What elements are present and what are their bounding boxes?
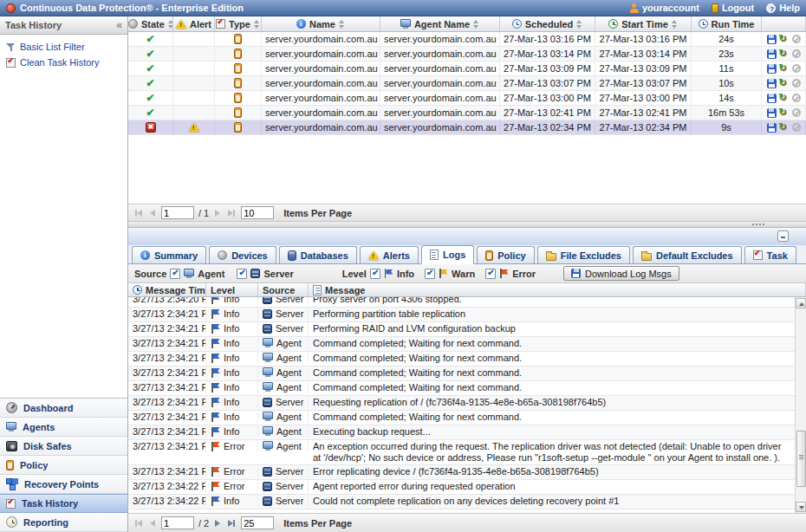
cancel-task-icon[interactable] xyxy=(792,94,801,102)
tab-file-excludes[interactable]: File Excludes xyxy=(537,246,630,263)
tab-default-excludes[interactable]: Default Excludes xyxy=(633,246,742,263)
sidebar-item-disk-safes[interactable]: Disk Safes xyxy=(0,437,127,456)
rerun-task-icon[interactable] xyxy=(779,107,790,118)
save-icon[interactable] xyxy=(767,79,777,88)
nav-item-label: Recovery Points xyxy=(24,479,99,490)
save-icon[interactable] xyxy=(767,108,777,118)
collapse-panel-button[interactable] xyxy=(777,230,789,242)
save-icon xyxy=(571,269,581,278)
log-row: 3/27/13 2:34:22 PMInfoServerCould not co… xyxy=(128,495,806,509)
column-header-scheduled[interactable]: Scheduled xyxy=(500,16,595,31)
log-last-page-button[interactable] xyxy=(226,519,237,528)
rerun-task-icon[interactable] xyxy=(779,63,790,74)
sort-icon[interactable] xyxy=(339,20,345,29)
page-number-input[interactable] xyxy=(161,206,194,219)
sidebar-item-dashboard[interactable]: Dashboard xyxy=(0,399,127,418)
agent-source-checkbox[interactable] xyxy=(170,269,180,279)
log-scrollbar[interactable] xyxy=(795,297,806,513)
scroll-up-button[interactable] xyxy=(796,298,806,308)
items-per-page-input[interactable] xyxy=(241,206,274,219)
sidebar-link-clean-task-history[interactable]: Clean Task History xyxy=(0,55,127,70)
prev-page-button[interactable] xyxy=(148,209,157,217)
log-page-number-input[interactable] xyxy=(161,516,194,529)
server-icon xyxy=(263,467,272,477)
rerun-task-icon[interactable] xyxy=(779,122,790,133)
cancel-task-icon[interactable] xyxy=(792,49,801,58)
log-next-page-button[interactable] xyxy=(213,519,222,528)
error-level-checkbox[interactable] xyxy=(485,269,496,279)
sort-icon[interactable] xyxy=(672,20,678,29)
log-first-page-button[interactable] xyxy=(133,519,144,528)
warning-icon xyxy=(368,251,379,260)
task-row[interactable]: server.yourdomain.com.auserver.yourdomai… xyxy=(128,32,806,47)
source-cell: Agent xyxy=(258,367,309,379)
tab-policy[interactable]: Policy xyxy=(477,246,534,263)
log-prev-page-button[interactable] xyxy=(148,519,157,528)
next-page-button[interactable] xyxy=(213,209,222,217)
column-header-type[interactable]: Type xyxy=(215,16,262,31)
last-page-button[interactable] xyxy=(226,209,237,217)
panel-splitter[interactable] xyxy=(128,222,806,228)
tab-devices[interactable]: Devices xyxy=(209,246,276,263)
level-label: Info xyxy=(224,382,239,393)
tab-task[interactable]: Task xyxy=(744,246,796,263)
first-page-button[interactable] xyxy=(133,209,144,217)
column-header-agent-name[interactable]: Agent Name xyxy=(380,16,500,31)
save-icon[interactable] xyxy=(767,64,777,74)
task-row[interactable]: server.yourdomain.com.auserver.yourdomai… xyxy=(128,106,806,120)
save-icon[interactable] xyxy=(767,123,777,133)
cancel-task-icon[interactable] xyxy=(792,64,801,73)
save-icon[interactable] xyxy=(767,49,777,59)
table-empty-area xyxy=(128,135,806,204)
task-row[interactable]: server.yourdomain.com.auserver.yourdomai… xyxy=(128,62,806,76)
cancel-task-icon[interactable] xyxy=(792,79,801,88)
log-items-per-page-input[interactable] xyxy=(241,516,274,529)
account-menu[interactable]: youraccount xyxy=(630,3,699,13)
task-row[interactable]: server.yourdomain.com.auserver.yourdomai… xyxy=(128,47,806,62)
download-log-msgs-button[interactable]: Download Log Msgs xyxy=(563,266,679,281)
tab-databases[interactable]: Databases xyxy=(279,246,357,263)
server-source-checkbox[interactable] xyxy=(237,269,247,279)
task-row[interactable]: server.yourdomain.com.auserver.yourdomai… xyxy=(128,76,806,91)
help-link[interactable]: Help xyxy=(766,3,800,13)
sort-icon[interactable] xyxy=(254,20,260,29)
save-icon[interactable] xyxy=(767,94,777,103)
rerun-task-icon[interactable] xyxy=(779,93,790,103)
level-cell: Info xyxy=(206,352,258,364)
rerun-task-icon[interactable] xyxy=(779,78,790,88)
cancel-task-icon[interactable] xyxy=(792,123,801,132)
tab-alerts[interactable]: Alerts xyxy=(360,246,419,263)
sidebar-link-basic-list-filter[interactable]: Basic List Filter xyxy=(0,39,127,55)
cancel-task-icon[interactable] xyxy=(792,35,801,43)
tab-logs[interactable]: Logs xyxy=(421,245,474,264)
tab-summary[interactable]: Summary xyxy=(132,246,206,263)
sidebar-item-recovery-points[interactable]: Recovery Points xyxy=(0,475,127,494)
sidebar-item-policy[interactable]: Policy xyxy=(0,456,127,475)
sort-icon[interactable] xyxy=(473,20,479,29)
name-cell: server.yourdomain.com.au xyxy=(262,62,380,75)
scroll-down-button[interactable] xyxy=(796,502,806,512)
rerun-task-icon[interactable] xyxy=(779,49,790,59)
sidebar-item-reporting[interactable]: Reporting xyxy=(0,513,127,532)
task-row[interactable]: server.yourdomain.com.auserver.yourdomai… xyxy=(128,120,806,135)
scrollbar-thumb[interactable] xyxy=(796,431,806,487)
sidebar-item-task-history[interactable]: Task History xyxy=(0,494,127,513)
warn-level-checkbox[interactable] xyxy=(425,269,435,279)
sidebar-item-agents[interactable]: Agents xyxy=(0,418,127,437)
run-time-cell: 11s xyxy=(692,62,762,75)
info-level-checkbox[interactable] xyxy=(370,269,380,279)
task-row[interactable]: server.yourdomain.com.auserver.yourdomai… xyxy=(128,91,806,106)
level-label: Level xyxy=(342,269,367,279)
cancel-task-icon[interactable] xyxy=(792,108,801,117)
collapse-sidebar-button[interactable]: « xyxy=(116,19,122,31)
column-header-name[interactable]: Name xyxy=(262,16,380,31)
save-icon[interactable] xyxy=(767,35,777,44)
logout-link[interactable]: Logout xyxy=(712,3,754,13)
log-row: 3/27/13 2:34:21 PMInfoAgentExecuting bac… xyxy=(128,425,806,440)
source-cell: Agent xyxy=(258,381,309,393)
column-header-start-time[interactable]: Start Time xyxy=(595,16,692,31)
rerun-task-icon[interactable] xyxy=(779,34,790,44)
sort-icon[interactable] xyxy=(576,20,582,29)
sort-icon[interactable] xyxy=(168,20,172,29)
column-header-state[interactable]: State xyxy=(128,16,173,31)
